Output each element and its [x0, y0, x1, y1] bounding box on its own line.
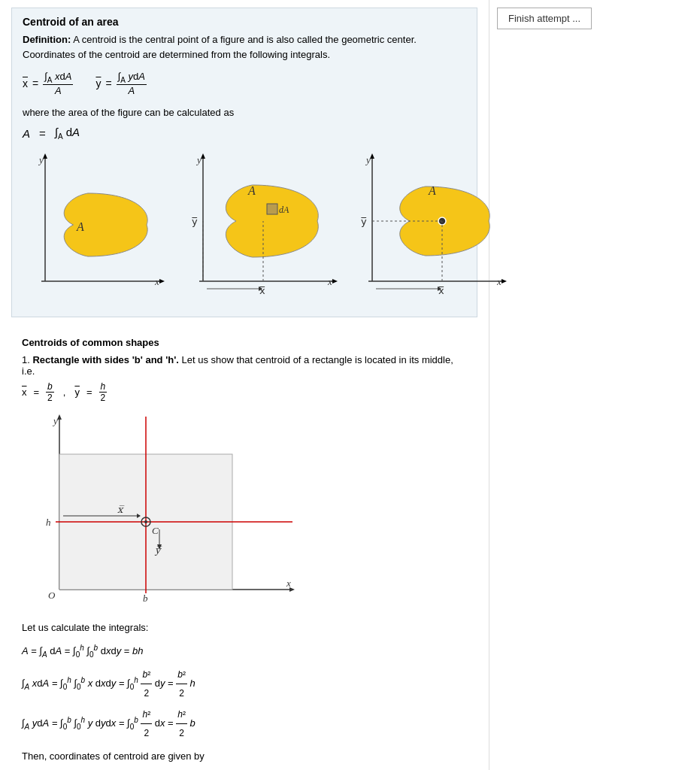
- finish-attempt-button[interactable]: Finish attempt ...: [497, 8, 592, 29]
- area-formula: A = ∫A dA: [23, 126, 466, 141]
- definition-body: A centroid is the central point of a fig…: [23, 34, 417, 60]
- integrals-section: Let us calculate the integrals: A = ∫A d…: [22, 618, 467, 770]
- section-title: Centroid of an area: [23, 16, 466, 28]
- diagram-3: [346, 150, 508, 300]
- definition-text: Definition: A centroid is the central po…: [23, 32, 466, 62]
- shape1-formula: x = b 2 , y = h 2: [22, 381, 467, 403]
- centroid-section: Centroid of an area Definition: A centro…: [11, 8, 477, 317]
- xbar-fraction: ∫A xdA A: [43, 71, 73, 96]
- integral-1: A = ∫A dA = ∫0h ∫0b dxdy = bh: [22, 641, 467, 662]
- diagram-2: [173, 150, 338, 300]
- diagram-1: [23, 150, 165, 300]
- ybar-fraction: ∫A ydA A: [117, 71, 147, 96]
- shape1-title: 1. Rectangle with sides 'b' and 'h'. Let…: [22, 354, 467, 377]
- then-text: Then, coordinates of centroid are given …: [22, 747, 467, 766]
- definition-bold: Definition:: [23, 34, 71, 45]
- formula-row: x = ∫A xdA A y = ∫A ydA A: [23, 68, 466, 99]
- diagrams-row: [23, 150, 466, 300]
- ybar-symbol: y: [95, 77, 101, 89]
- shapes-title: Centroids of common shapes: [22, 337, 467, 348]
- integral-3: ∫A ydA = ∫0b ∫0h y dydx = ∫0b h² 2 dx = …: [22, 705, 467, 742]
- xbar-symbol: x: [23, 77, 28, 89]
- xbar-formula: x = ∫A xdA A: [23, 71, 73, 96]
- shapes-section: Centroids of common shapes 1. Rectangle …: [11, 326, 477, 770]
- rect-diagram-container: [22, 409, 467, 612]
- main-content: Centroid of an area Definition: A centro…: [0, 0, 489, 770]
- integral-2: ∫A xdA = ∫0h ∫0b x dxdy = ∫0h b² 2 dy = …: [22, 665, 467, 702]
- ybar-formula: y = ∫A ydA A: [95, 71, 146, 96]
- sidebar: Finish attempt ...: [489, 0, 700, 770]
- integrals-intro: Let us calculate the integrals:: [22, 618, 467, 638]
- area-text: where the area of the figure can be calc…: [23, 105, 466, 120]
